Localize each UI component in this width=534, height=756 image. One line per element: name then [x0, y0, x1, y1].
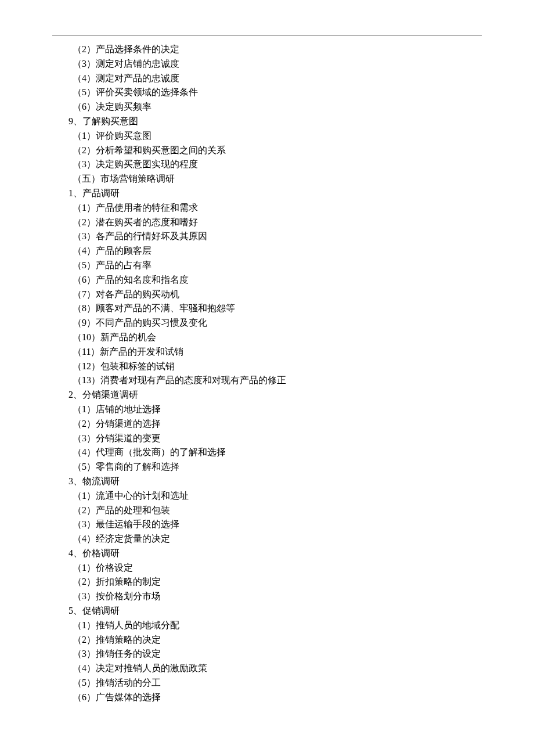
text-line: （1）推销人员的地域分配: [52, 618, 482, 633]
text-line: （4）代理商（批发商）的了解和选择: [52, 445, 482, 460]
text-line: 5、促销调研: [52, 604, 482, 618]
text-line: （2）分销渠道的选择: [52, 417, 482, 431]
text-line: （7）对各产品的购买动机: [52, 287, 482, 302]
text-line: （2）推销策略的决定: [52, 633, 482, 647]
document-page: （2）产品选择条件的决定（3）测定对店铺的忠诚度（4）测定对产品的忠诚度（5）评…: [0, 0, 534, 728]
text-line: （2）潜在购买者的态度和嗜好: [52, 215, 482, 230]
text-line: （3）推销任务的设定: [52, 647, 482, 661]
text-line: （2）分析希望和购买意图之间的关系: [52, 143, 482, 158]
text-line: （4）经济定货量的决定: [52, 532, 482, 546]
text-line: （6）广告媒体的选择: [52, 690, 482, 705]
text-line: （3）各产品的行情好坏及其原因: [52, 229, 482, 244]
text-line: （1）价格设定: [52, 561, 482, 575]
text-line: （4）产品的顾客层: [52, 244, 482, 258]
text-line: （12）包装和标签的试销: [52, 359, 482, 374]
text-line: （五）市场营销策略调研: [52, 172, 482, 186]
text-line: 2、分销渠道调研: [52, 388, 482, 402]
text-line: （13）消费者对现有产品的态度和对现有产品的修正: [52, 373, 482, 388]
text-line: （3）分销渠道的变更: [52, 431, 482, 446]
text-line: （2）产品选择条件的决定: [52, 42, 482, 57]
text-line: （6）产品的知名度和指名度: [52, 273, 482, 287]
header-rule: [52, 35, 482, 35]
text-line: （8）顾客对产品的不满、牢骚和抱怨等: [52, 301, 482, 316]
text-line: （5）推销活动的分工: [52, 676, 482, 690]
text-line: （10）新产品的机会: [52, 330, 482, 345]
text-line: （1）产品使用者的特征和需求: [52, 201, 482, 215]
text-line: （2）折扣策略的制定: [52, 575, 482, 589]
text-line: 1、产品调研: [52, 186, 482, 201]
text-line: （5）零售商的了解和选择: [52, 460, 482, 474]
text-line: （6）决定购买频率: [52, 100, 482, 114]
text-line: （1）流通中心的计划和选址: [52, 489, 482, 503]
text-line: （5）产品的占有率: [52, 258, 482, 273]
text-line: （4）测定对产品的忠诚度: [52, 71, 482, 86]
text-line: （2）产品的处理和包装: [52, 503, 482, 518]
text-line: （4）决定对推销人员的激励政策: [52, 661, 482, 676]
text-line: （1）店铺的地址选择: [52, 402, 482, 417]
document-body: （2）产品选择条件的决定（3）测定对店铺的忠诚度（4）测定对产品的忠诚度（5）评…: [52, 42, 482, 705]
text-line: 9、了解购买意图: [52, 114, 482, 129]
text-line: 4、价格调研: [52, 546, 482, 561]
text-line: （3）按价格划分市场: [52, 589, 482, 604]
text-line: 3、物流调研: [52, 474, 482, 489]
text-line: （3）决定购买意图实现的程度: [52, 157, 482, 172]
text-line: （1）评价购买意图: [52, 129, 482, 143]
text-line: （3）最佳运输手段的选择: [52, 517, 482, 532]
text-line: （5）评价买卖领域的选择条件: [52, 85, 482, 100]
text-line: （9）不同产品的购买习惯及变化: [52, 316, 482, 330]
text-line: （3）测定对店铺的忠诚度: [52, 57, 482, 71]
text-line: （11）新产品的开发和试销: [52, 345, 482, 359]
